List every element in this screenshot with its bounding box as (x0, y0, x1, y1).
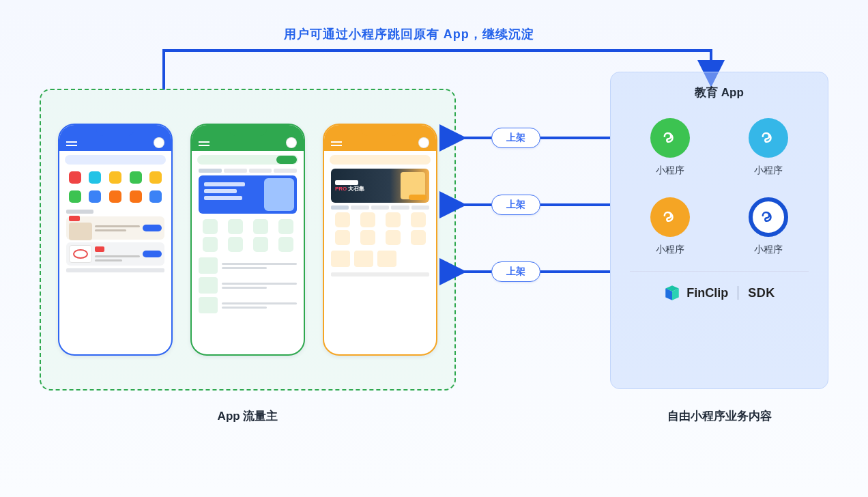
finclip-sdk-label: FinClip SDK (624, 284, 814, 302)
miniprogram-grid: 小程序 小程序 小程序 (624, 118, 814, 256)
miniprogram-icon (650, 197, 690, 237)
miniprogram-glyph (759, 128, 778, 147)
education-app-title: 教育 App (624, 85, 814, 100)
deploy-badge-2: 上架 (491, 195, 540, 215)
miniprogram-glyph (759, 208, 778, 227)
miniprogram-glyph (661, 128, 680, 147)
education-app-box: 教育 App 小程序 小程序 (610, 72, 828, 389)
education-app-caption: 自由小程序业务内容 (610, 408, 828, 424)
sdk-label: SDK (748, 286, 775, 300)
separator (630, 271, 809, 272)
miniprogram-item: 小程序 (624, 197, 716, 256)
deploy-badge-1: 上架 (491, 128, 540, 148)
phone-mock-green (190, 124, 305, 356)
deploy-badge-3: 上架 (491, 261, 540, 282)
miniprogram-icon (650, 118, 690, 158)
miniprogram-item: 小程序 (723, 197, 814, 256)
phone-mock-orange: PRO大召集 (323, 124, 437, 356)
top-flow-label: 用户可通过小程序跳回原有 App，继续沉淀 (284, 26, 534, 42)
separator (738, 286, 738, 300)
miniprogram-icon (749, 118, 788, 158)
finclip-logo-icon (663, 284, 681, 302)
phone-mock-blue (58, 124, 173, 356)
miniprogram-glyph (661, 208, 680, 227)
publisher-caption: App 流量主 (40, 408, 456, 424)
miniprogram-item: 小程序 (723, 118, 814, 177)
miniprogram-item: 小程序 (624, 118, 716, 177)
finclip-logo: FinClip (663, 284, 728, 302)
publisher-box: PRO大召集 (40, 89, 456, 390)
architecture-diagram: 用户可通过小程序跳回原有 App，继续沉淀 (0, 0, 868, 497)
miniprogram-icon (749, 197, 788, 237)
